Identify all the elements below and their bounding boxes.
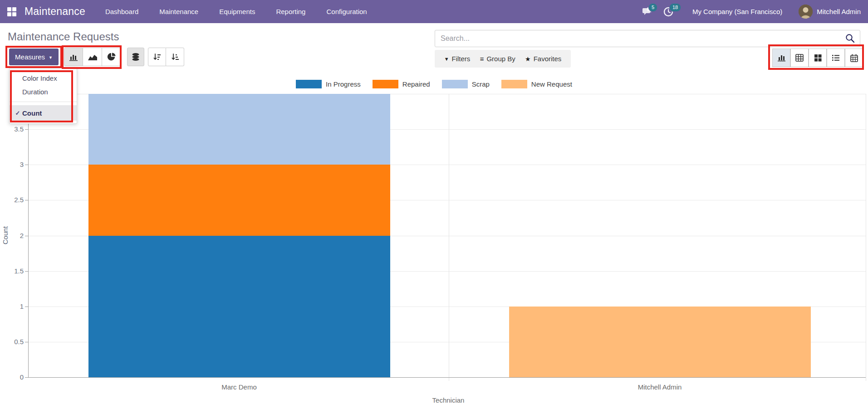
y-tick-mark (25, 342, 28, 342)
y-tick-mark (25, 271, 28, 272)
dropdown-divider (10, 102, 77, 102)
y-tick-label: 2 (5, 232, 24, 239)
y-tick-mark (25, 200, 28, 200)
gridline-vertical (866, 94, 866, 381)
bar-segment-repaired[interactable] (88, 165, 390, 235)
dropdown-item-count[interactable]: ✓ Count (10, 105, 77, 121)
dropdown-item-label: Color Index (22, 74, 57, 82)
bar-segment-in-progress[interactable] (88, 236, 390, 378)
legend-item-in-progress[interactable]: In Progress (296, 80, 361, 88)
legend-swatch (296, 80, 322, 88)
legend-label: New Request (531, 80, 572, 88)
y-tick-label: 3 (5, 161, 24, 168)
legend-swatch (501, 80, 527, 88)
app-window: Maintenance Dashboard Maintenance Equipm… (0, 0, 868, 404)
chart-legend: In ProgressRepairedScrapNew Request (0, 80, 868, 88)
legend-item-repaired[interactable]: Repaired (373, 80, 430, 88)
legend-label: Scrap (472, 80, 490, 88)
x-tick-label: Mitchell Admin (610, 383, 710, 391)
legend-item-new-request[interactable]: New Request (501, 80, 572, 88)
y-tick-label: 0.5 (5, 338, 24, 346)
dropdown-item-label: Duration (22, 88, 48, 96)
legend-label: Repaired (402, 80, 430, 88)
graph-canvas: Count Technician In ProgressRepairedScra… (0, 0, 868, 404)
x-axis-title: Technician (403, 396, 494, 404)
y-tick-mark (25, 129, 28, 130)
gridline-vertical (449, 94, 449, 381)
dropdown-item-label: Count (22, 109, 42, 117)
check-icon: ✓ (13, 110, 22, 117)
bar-segment-scrap[interactable] (88, 94, 390, 165)
y-tick-mark (25, 307, 28, 307)
legend-swatch (373, 80, 398, 88)
y-tick-label: 1.5 (5, 267, 24, 275)
y-tick-mark (25, 236, 28, 236)
y-axis-line (28, 94, 29, 377)
x-axis-line (28, 377, 866, 378)
legend-label: In Progress (326, 80, 361, 88)
dropdown-item-color-index[interactable]: Color Index (10, 71, 77, 85)
y-tick-label: 3.5 (5, 125, 24, 133)
measures-dropdown: Color Index Duration ✓ Count (9, 68, 77, 124)
bar-segment-new-request[interactable] (509, 307, 811, 377)
y-tick-label: 1 (5, 302, 24, 310)
y-tick-label: 2.5 (5, 196, 24, 204)
dropdown-item-duration[interactable]: Duration (10, 85, 77, 98)
y-tick-label: 0 (5, 373, 24, 381)
y-tick-mark (25, 165, 28, 165)
x-tick-label: Marc Demo (189, 383, 289, 391)
y-tick-mark (25, 377, 28, 378)
legend-item-scrap[interactable]: Scrap (442, 80, 490, 88)
legend-swatch (442, 80, 468, 88)
